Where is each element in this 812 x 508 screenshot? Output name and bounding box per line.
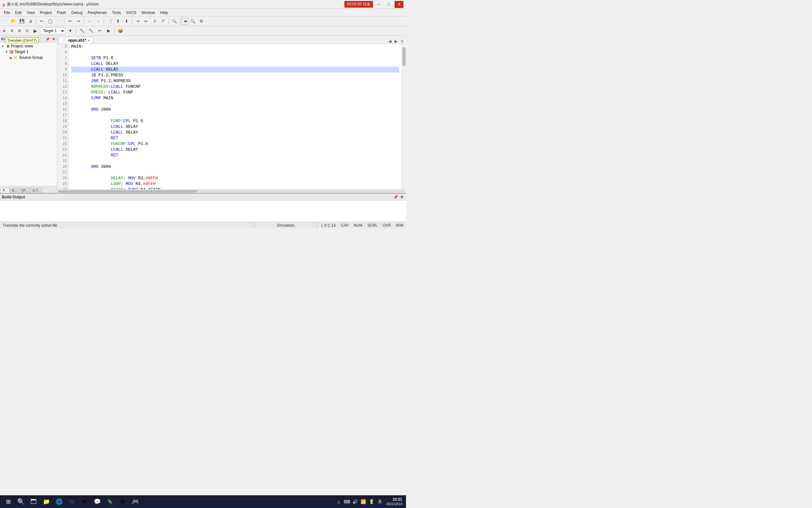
code-line-9[interactable]: LCALL DELAY xyxy=(71,67,399,73)
uncomment-button[interactable]: /* xyxy=(159,17,168,26)
panel-pin-btn[interactable]: 📌 xyxy=(45,37,50,41)
panel-close-btn[interactable]: ✕ xyxy=(51,37,56,41)
code-line-10[interactable]: JB P1.2,PRESS xyxy=(71,73,399,78)
code-line-30[interactable]: AGAIN: DJNZ R4,AGAIN xyxy=(71,187,399,189)
bookmark-prev-button[interactable]: ⬆ xyxy=(114,17,122,26)
code-line-26[interactable]: ORG 300H xyxy=(71,164,399,170)
redo-button[interactable]: ↪ xyxy=(74,17,83,26)
menu-item-peripherals[interactable]: Peripherals xyxy=(85,9,110,16)
v-scroll-thumb[interactable] xyxy=(402,47,406,66)
h-scroll-track[interactable] xyxy=(58,190,405,193)
expand-target[interactable]: ▼ xyxy=(4,50,9,54)
inspect-button[interactable]: 🔍 xyxy=(189,17,197,26)
code-line-27[interactable] xyxy=(71,170,399,175)
code-line-11[interactable]: JNB P1.2,NOPRESS xyxy=(71,78,399,84)
menu-item-help[interactable]: Help xyxy=(157,9,171,16)
code-line-20[interactable]: LCALL DELAY xyxy=(71,130,399,135)
code-line-13[interactable]: PRESS: LCALL FUNP xyxy=(71,90,399,95)
save-all-button[interactable]: 🖨 xyxy=(27,17,35,26)
code-line-8[interactable]: LCALL DELAY xyxy=(71,61,399,67)
bookmark-next-button[interactable]: ⬇ xyxy=(122,17,131,26)
copy-button[interactable]: 📋 xyxy=(46,17,54,26)
build-all-button[interactable]: 🔨 xyxy=(78,27,86,35)
code-line-17[interactable] xyxy=(71,113,399,118)
tb2-btn1[interactable]: ◈ xyxy=(1,27,8,34)
close-editor[interactable]: ✕ xyxy=(400,39,405,44)
code-line-25[interactable] xyxy=(71,158,399,164)
cut-button[interactable]: ✂ xyxy=(38,17,46,26)
find-button[interactable]: 🔍 xyxy=(170,17,179,26)
code-line-6[interactable] xyxy=(71,50,399,55)
code-line-28[interactable]: DELAY: MOV R3,#0FFH xyxy=(71,175,399,181)
bookmark-button[interactable]: 📑 xyxy=(105,17,113,26)
menu-item-view[interactable]: View xyxy=(24,9,38,16)
h-scroll-thumb[interactable] xyxy=(58,190,197,193)
code-line-29[interactable]: LOOP: MOV R4,#0FFH xyxy=(71,181,399,187)
tb2-btn2[interactable]: ⊕ xyxy=(8,27,15,34)
tab-functions[interactable]: {}F... xyxy=(19,188,30,193)
paste-button[interactable]: 📄 xyxy=(55,17,63,26)
translate-button[interactable]: ▶ xyxy=(31,27,39,35)
menu-item-project[interactable]: Project xyxy=(38,9,54,16)
code-line-24[interactable]: RET xyxy=(71,153,399,158)
tab-templates[interactable]: 0↓T... xyxy=(31,188,43,193)
code-content[interactable]: MAIN: SETB P1.0 LCALL DELAY LCALL DELAY … xyxy=(68,44,401,189)
maximize-button[interactable]: □ xyxy=(384,1,393,8)
menu-item-file[interactable]: File xyxy=(1,9,12,16)
code-line-15[interactable] xyxy=(71,101,399,107)
target-dropdown-btn[interactable]: ▼ xyxy=(66,27,74,35)
code-line-5[interactable]: MAIN: xyxy=(71,44,399,50)
code-line-16[interactable]: ORG 200H xyxy=(71,107,399,113)
code-line-18[interactable]: FUNP:CPL P1.0 xyxy=(71,118,399,124)
minimize-button[interactable]: ─ xyxy=(374,1,383,8)
comment-button[interactable]: // xyxy=(151,17,159,26)
tab-scroll-left[interactable]: ◀ xyxy=(388,39,392,44)
new-button[interactable]: 📄 xyxy=(1,17,9,26)
menu-item-flash[interactable]: Flash xyxy=(54,9,68,16)
horizontal-scrollbar[interactable] xyxy=(57,189,406,193)
code-line-19[interactable]: LCALL DELAY xyxy=(71,124,399,130)
expand-source-group[interactable]: ▶ xyxy=(9,55,13,60)
tree-item-project[interactable]: ▼ 🖥 Project: www xyxy=(0,43,57,49)
tree-item-target[interactable]: ▼ 🎯 Target 1 xyxy=(0,49,57,55)
code-line-12[interactable]: NOPRESS:LCALL FUNCNP xyxy=(71,84,399,90)
build-output-pin[interactable]: 📌 xyxy=(393,195,399,199)
tab-scroll-right[interactable]: ▶ xyxy=(394,39,398,44)
unindent-button[interactable]: ⇤ xyxy=(142,17,150,26)
nav-back-button[interactable]: ← xyxy=(86,17,94,26)
start-debug-button[interactable]: ▶ xyxy=(104,27,113,35)
menu-item-tools[interactable]: Tools xyxy=(110,9,124,16)
settings-button[interactable]: ⚙ xyxy=(197,17,205,26)
options-button[interactable]: 📦 xyxy=(116,27,125,35)
peripheral-dropdown[interactable] xyxy=(181,18,188,25)
nav-forward-button[interactable]: → xyxy=(94,17,102,26)
indent-button[interactable]: ⇥ xyxy=(133,17,142,26)
code-line-7[interactable]: SETB P1.0 xyxy=(71,55,399,61)
open-button[interactable]: 📂 xyxy=(9,17,17,26)
code-line-22[interactable]: FUNCNP:CPL P1.0 xyxy=(71,141,399,147)
menu-item-svcs[interactable]: SVCS xyxy=(124,9,139,16)
save-button[interactable]: 💾 xyxy=(18,17,26,26)
code-line-21[interactable]: RET xyxy=(71,135,399,141)
tab-oppo-a51[interactable]: 📄 oppo.a51* ✕ xyxy=(58,37,93,44)
tb2-btn3[interactable]: ⊞ xyxy=(16,27,23,34)
code-editor[interactable]: 5678910111213141516171819202122232425262… xyxy=(57,44,406,189)
tb2-btn4[interactable]: ⊟ xyxy=(23,27,31,34)
menu-item-edit[interactable]: Edit xyxy=(12,9,24,16)
tree-item-source-group[interactable]: ▶ 📁 Source Group xyxy=(0,55,57,60)
undo-button[interactable]: ↩ xyxy=(66,17,74,26)
menu-item-window[interactable]: Window xyxy=(139,9,157,16)
build-output-close[interactable]: ✕ xyxy=(400,195,404,199)
code-line-14[interactable]: SJMP MAIN xyxy=(71,95,399,101)
close-button[interactable]: ✕ xyxy=(394,1,403,8)
menu-item-debug[interactable]: Debug xyxy=(69,9,85,16)
vertical-scrollbar[interactable] xyxy=(401,44,406,189)
expand-project[interactable]: ▼ xyxy=(1,44,5,48)
download-button[interactable]: ↩ xyxy=(96,27,104,35)
tab-project[interactable]: P... xyxy=(1,188,9,193)
tab-books[interactable]: B... xyxy=(10,188,19,193)
build-button[interactable]: 🔨 xyxy=(87,27,95,35)
target-dropdown[interactable]: Target 1 xyxy=(40,27,65,34)
code-line-23[interactable]: LCALL DELAY xyxy=(71,147,399,153)
tab-close-btn[interactable]: ✕ xyxy=(87,39,90,42)
